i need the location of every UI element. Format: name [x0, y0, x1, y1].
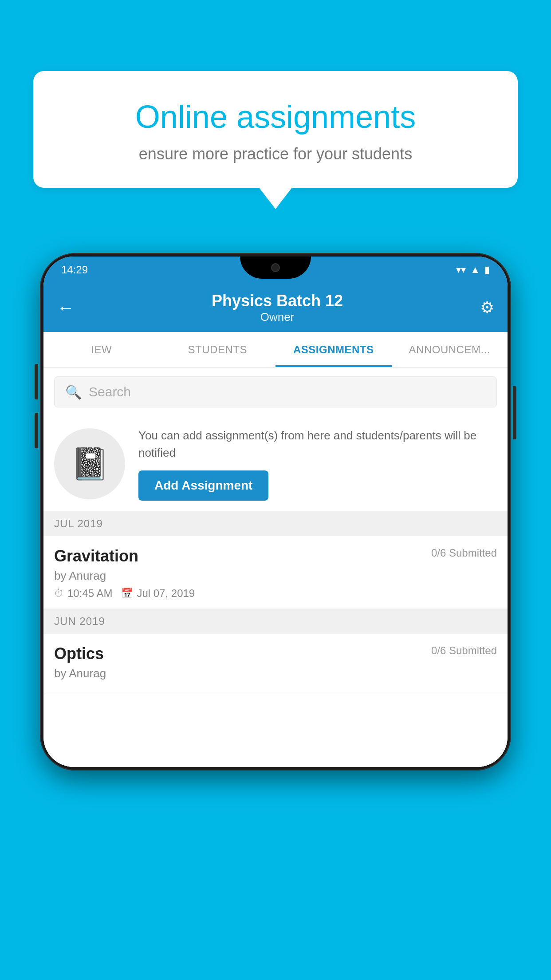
tabs-bar: IEW STUDENTS ASSIGNMENTS ANNOUNCEM...: [43, 332, 508, 368]
volume-up-button[interactable]: [35, 364, 38, 399]
assignment-icon-circle: 📓: [54, 428, 125, 499]
front-camera: [271, 263, 280, 272]
tab-announcements[interactable]: ANNOUNCEM...: [392, 332, 508, 367]
phone-outer: 14:29 ▾▾ ▲ ▮ ← Physics Batch 12 Owner ⚙: [40, 253, 511, 771]
time-value: 10:45 AM: [67, 587, 112, 600]
header-title-group: Physics Batch 12 Owner: [212, 292, 343, 324]
date-meta: 📅 Jul 07, 2019: [121, 587, 195, 600]
tab-iew[interactable]: IEW: [43, 332, 160, 367]
assignment-header-optics: Optics 0/6 Submitted: [54, 644, 497, 663]
content-area: 🔍 Search 📓 You can add assignment(s) fro…: [43, 368, 508, 767]
assignment-header: Gravitation 0/6 Submitted: [54, 547, 497, 565]
month-divider-jul: JUL 2019: [43, 511, 508, 536]
assignment-title: Gravitation: [54, 547, 138, 565]
assignment-item-gravitation[interactable]: Gravitation 0/6 Submitted by Anurag ⏱ 10…: [43, 536, 508, 609]
speech-bubble: Online assignments ensure more practice …: [33, 71, 518, 188]
assignment-meta: ⏱ 10:45 AM 📅 Jul 07, 2019: [54, 587, 497, 600]
tab-students[interactable]: STUDENTS: [160, 332, 276, 367]
search-bar[interactable]: 🔍 Search: [54, 376, 497, 407]
speech-bubble-container: Online assignments ensure more practice …: [33, 71, 518, 188]
add-assignment-button[interactable]: Add Assignment: [138, 470, 268, 501]
signal-icon: ▲: [470, 264, 480, 276]
battery-icon: ▮: [484, 264, 490, 276]
search-placeholder-text: Search: [89, 384, 131, 399]
time-meta: ⏱ 10:45 AM: [54, 587, 112, 600]
optics-author: by Anurag: [54, 667, 497, 680]
power-button[interactable]: [513, 386, 516, 439]
submitted-count: 0/6 Submitted: [431, 547, 497, 559]
status-icons: ▾▾ ▲ ▮: [456, 264, 490, 276]
optics-submitted: 0/6 Submitted: [431, 644, 497, 657]
assignment-author: by Anurag: [54, 569, 497, 583]
search-icon: 🔍: [65, 384, 82, 400]
wifi-icon: ▾▾: [456, 264, 466, 276]
batch-title: Physics Batch 12: [212, 292, 343, 310]
status-time: 14:29: [61, 264, 88, 276]
phone: 14:29 ▾▾ ▲ ▮ ← Physics Batch 12 Owner ⚙: [40, 253, 511, 771]
status-bar: 14:29 ▾▾ ▲ ▮: [43, 257, 508, 283]
info-description: You can add assignment(s) from here and …: [138, 427, 497, 462]
notebook-icon: 📓: [71, 446, 109, 482]
volume-down-button[interactable]: [35, 413, 38, 448]
owner-label: Owner: [212, 310, 343, 324]
date-value: Jul 07, 2019: [137, 587, 195, 600]
settings-icon[interactable]: ⚙: [480, 298, 494, 317]
info-text-group: You can add assignment(s) from here and …: [138, 427, 497, 501]
assignment-item-optics[interactable]: Optics 0/6 Submitted by Anurag: [43, 634, 508, 694]
phone-screen: 14:29 ▾▾ ▲ ▮ ← Physics Batch 12 Owner ⚙: [43, 257, 508, 767]
tab-assignments[interactable]: ASSIGNMENTS: [276, 332, 392, 367]
speech-bubble-subtitle: ensure more practice for your students: [64, 145, 487, 163]
month-divider-jun: JUN 2019: [43, 609, 508, 634]
app-header: ← Physics Batch 12 Owner ⚙: [43, 283, 508, 332]
phone-notch: [240, 257, 311, 279]
calendar-icon: 📅: [121, 588, 133, 599]
speech-bubble-title: Online assignments: [64, 98, 487, 136]
back-button[interactable]: ←: [57, 298, 75, 318]
search-bar-wrapper: 🔍 Search: [43, 368, 508, 416]
info-card: 📓 You can add assignment(s) from here an…: [43, 416, 508, 511]
clock-icon: ⏱: [54, 588, 64, 599]
optics-title: Optics: [54, 644, 104, 663]
